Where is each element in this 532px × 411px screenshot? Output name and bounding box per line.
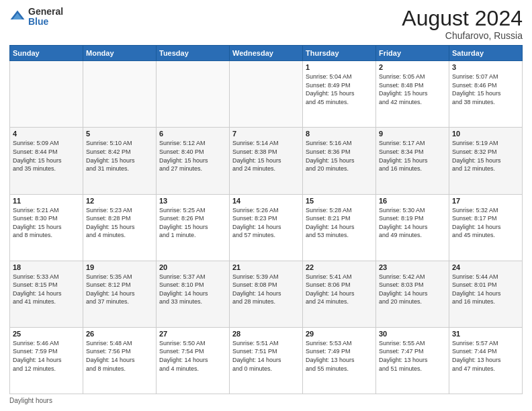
page: General Blue August 2024 Chufarovo, Russ…	[0, 0, 532, 411]
title-block: August 2024 Chufarovo, Russia	[402, 7, 523, 41]
day-info: Sunrise: 5:17 AM Sunset: 8:34 PM Dayligh…	[379, 139, 446, 173]
day-info: Sunrise: 5:39 AM Sunset: 8:08 PM Dayligh…	[232, 273, 300, 306]
calendar-cell	[230, 61, 303, 128]
calendar-cell: 25Sunrise: 5:46 AM Sunset: 7:59 PM Dayli…	[10, 327, 83, 394]
calendar-cell: 6Sunrise: 5:12 AM Sunset: 8:40 PM Daylig…	[157, 128, 230, 194]
day-info: Sunrise: 5:23 AM Sunset: 8:28 PM Dayligh…	[86, 206, 153, 240]
calendar-cell: 24Sunrise: 5:44 AM Sunset: 8:01 PM Dayli…	[449, 261, 523, 327]
day-info: Sunrise: 5:50 AM Sunset: 7:54 PM Dayligh…	[159, 339, 226, 373]
day-number: 25	[13, 330, 80, 338]
day-info: Sunrise: 5:51 AM Sunset: 7:51 PM Dayligh…	[232, 339, 300, 373]
day-info: Sunrise: 5:16 AM Sunset: 8:36 PM Dayligh…	[306, 139, 373, 173]
day-header-tuesday: Tuesday	[157, 46, 230, 61]
day-number: 22	[306, 263, 373, 271]
day-number: 27	[159, 330, 226, 338]
logo-blue-text: Blue	[28, 17, 63, 27]
calendar-cell: 11Sunrise: 5:21 AM Sunset: 8:30 PM Dayli…	[10, 194, 83, 261]
logo-icon	[9, 9, 26, 25]
week-row-5: 25Sunrise: 5:46 AM Sunset: 7:59 PM Dayli…	[10, 327, 523, 394]
week-row-3: 11Sunrise: 5:21 AM Sunset: 8:30 PM Dayli…	[10, 194, 523, 261]
calendar-cell: 9Sunrise: 5:17 AM Sunset: 8:34 PM Daylig…	[376, 128, 449, 194]
calendar-cell: 5Sunrise: 5:10 AM Sunset: 8:42 PM Daylig…	[83, 128, 157, 194]
day-info: Sunrise: 5:12 AM Sunset: 8:40 PM Dayligh…	[159, 139, 226, 173]
day-headers-row: SundayMondayTuesdayWednesdayThursdayFrid…	[10, 46, 523, 61]
day-number: 8	[306, 130, 373, 138]
logo: General Blue	[9, 7, 63, 28]
day-info: Sunrise: 5:09 AM Sunset: 8:44 PM Dayligh…	[13, 139, 80, 173]
day-number: 18	[13, 263, 80, 271]
calendar-cell: 27Sunrise: 5:50 AM Sunset: 7:54 PM Dayli…	[157, 327, 230, 394]
calendar-cell: 28Sunrise: 5:51 AM Sunset: 7:51 PM Dayli…	[230, 327, 303, 394]
calendar-cell: 26Sunrise: 5:48 AM Sunset: 7:56 PM Dayli…	[83, 327, 157, 394]
calendar-cell: 29Sunrise: 5:53 AM Sunset: 7:49 PM Dayli…	[303, 327, 376, 394]
day-number: 7	[232, 130, 300, 138]
day-number: 15	[306, 197, 373, 205]
calendar-cell: 21Sunrise: 5:39 AM Sunset: 8:08 PM Dayli…	[230, 261, 303, 327]
day-number: 11	[13, 197, 80, 205]
day-number: 28	[232, 330, 300, 338]
day-info: Sunrise: 5:21 AM Sunset: 8:30 PM Dayligh…	[13, 206, 80, 240]
week-row-1: 1Sunrise: 5:04 AM Sunset: 8:49 PM Daylig…	[10, 61, 523, 128]
calendar-cell	[157, 61, 230, 128]
day-header-wednesday: Wednesday	[230, 46, 303, 61]
calendar-cell: 18Sunrise: 5:33 AM Sunset: 8:15 PM Dayli…	[10, 261, 83, 327]
day-info: Sunrise: 5:19 AM Sunset: 8:32 PM Dayligh…	[452, 139, 519, 173]
day-number: 14	[232, 197, 300, 205]
day-info: Sunrise: 5:33 AM Sunset: 8:15 PM Dayligh…	[13, 273, 80, 306]
day-header-sunday: Sunday	[10, 46, 83, 61]
day-info: Sunrise: 5:42 AM Sunset: 8:03 PM Dayligh…	[379, 273, 446, 306]
day-number: 24	[452, 263, 519, 271]
day-number: 21	[232, 263, 300, 271]
calendar-table: SundayMondayTuesdayWednesdayThursdayFrid…	[9, 45, 523, 394]
day-info: Sunrise: 5:28 AM Sunset: 8:21 PM Dayligh…	[306, 206, 373, 240]
day-info: Sunrise: 5:57 AM Sunset: 7:44 PM Dayligh…	[452, 339, 519, 373]
day-info: Sunrise: 5:53 AM Sunset: 7:49 PM Dayligh…	[306, 339, 373, 373]
day-number: 3	[452, 63, 519, 71]
day-number: 20	[159, 263, 226, 271]
calendar-cell	[10, 61, 83, 128]
day-info: Sunrise: 5:48 AM Sunset: 7:56 PM Dayligh…	[86, 339, 153, 373]
day-info: Sunrise: 5:46 AM Sunset: 7:59 PM Dayligh…	[13, 339, 80, 373]
day-header-monday: Monday	[83, 46, 157, 61]
day-number: 23	[379, 263, 446, 271]
day-info: Sunrise: 5:41 AM Sunset: 8:06 PM Dayligh…	[306, 273, 373, 306]
calendar-cell: 3Sunrise: 5:07 AM Sunset: 8:46 PM Daylig…	[449, 61, 523, 128]
day-info: Sunrise: 5:32 AM Sunset: 8:17 PM Dayligh…	[452, 206, 519, 240]
calendar-cell: 20Sunrise: 5:37 AM Sunset: 8:10 PM Dayli…	[157, 261, 230, 327]
day-header-thursday: Thursday	[303, 46, 376, 61]
calendar-cell: 17Sunrise: 5:32 AM Sunset: 8:17 PM Dayli…	[449, 194, 523, 261]
day-info: Sunrise: 5:37 AM Sunset: 8:10 PM Dayligh…	[159, 273, 226, 306]
month-year-title: August 2024	[402, 7, 523, 30]
calendar-cell: 14Sunrise: 5:26 AM Sunset: 8:23 PM Dayli…	[230, 194, 303, 261]
calendar-cell: 10Sunrise: 5:19 AM Sunset: 8:32 PM Dayli…	[449, 128, 523, 194]
day-number: 26	[86, 330, 153, 338]
day-number: 10	[452, 130, 519, 138]
day-header-saturday: Saturday	[449, 46, 523, 61]
day-info: Sunrise: 5:55 AM Sunset: 7:47 PM Dayligh…	[379, 339, 446, 373]
day-info: Sunrise: 5:14 AM Sunset: 8:38 PM Dayligh…	[232, 139, 300, 173]
calendar-cell: 1Sunrise: 5:04 AM Sunset: 8:49 PM Daylig…	[303, 61, 376, 128]
header: General Blue August 2024 Chufarovo, Russ…	[9, 7, 523, 41]
day-info: Sunrise: 5:07 AM Sunset: 8:46 PM Dayligh…	[452, 73, 519, 106]
week-row-2: 4Sunrise: 5:09 AM Sunset: 8:44 PM Daylig…	[10, 128, 523, 194]
calendar-cell: 31Sunrise: 5:57 AM Sunset: 7:44 PM Dayli…	[449, 327, 523, 394]
calendar-cell: 22Sunrise: 5:41 AM Sunset: 8:06 PM Dayli…	[303, 261, 376, 327]
calendar-cell: 12Sunrise: 5:23 AM Sunset: 8:28 PM Dayli…	[83, 194, 157, 261]
calendar-cell: 16Sunrise: 5:30 AM Sunset: 8:19 PM Dayli…	[376, 194, 449, 261]
calendar-cell: 30Sunrise: 5:55 AM Sunset: 7:47 PM Dayli…	[376, 327, 449, 394]
calendar-cell: 15Sunrise: 5:28 AM Sunset: 8:21 PM Dayli…	[303, 194, 376, 261]
calendar-cell: 4Sunrise: 5:09 AM Sunset: 8:44 PM Daylig…	[10, 128, 83, 194]
day-header-friday: Friday	[376, 46, 449, 61]
day-number: 5	[86, 130, 153, 138]
calendar-cell: 8Sunrise: 5:16 AM Sunset: 8:36 PM Daylig…	[303, 128, 376, 194]
day-info: Sunrise: 5:05 AM Sunset: 8:48 PM Dayligh…	[379, 73, 446, 106]
calendar-cell: 13Sunrise: 5:25 AM Sunset: 8:26 PM Dayli…	[157, 194, 230, 261]
week-row-4: 18Sunrise: 5:33 AM Sunset: 8:15 PM Dayli…	[10, 261, 523, 327]
logo-general-text: General	[28, 7, 63, 17]
day-number: 31	[452, 330, 519, 338]
day-number: 12	[86, 197, 153, 205]
day-number: 17	[452, 197, 519, 205]
day-number: 4	[13, 130, 80, 138]
day-info: Sunrise: 5:44 AM Sunset: 8:01 PM Dayligh…	[452, 273, 519, 306]
day-info: Sunrise: 5:26 AM Sunset: 8:23 PM Dayligh…	[232, 206, 300, 240]
